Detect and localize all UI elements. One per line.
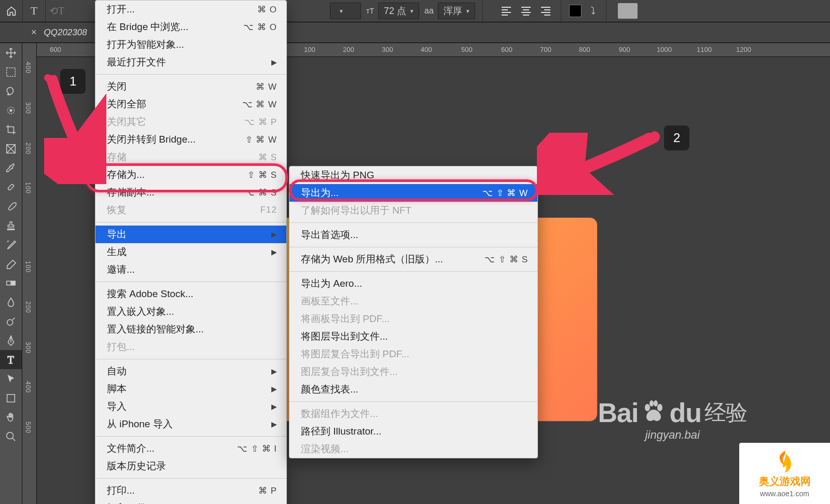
align-center-button[interactable] bbox=[516, 2, 536, 20]
menu-item-label: 存储为... bbox=[107, 168, 247, 181]
menu-item-label: 打开为智能对象... bbox=[107, 38, 277, 51]
menu-item[interactable]: 存储为...⇧ ⌘ S bbox=[95, 166, 286, 184]
path-select-tool[interactable] bbox=[0, 369, 22, 388]
menu-item[interactable]: 快速导出为 PNG bbox=[289, 166, 537, 184]
menu-item: 画板至文件... bbox=[289, 292, 537, 310]
menu-item[interactable]: 打开...⌘ O bbox=[95, 1, 286, 18]
font-size-select[interactable]: 72 点▾ bbox=[378, 3, 419, 19]
menu-item-label: 关闭并转到 Bridge... bbox=[107, 133, 245, 146]
type-tool[interactable]: T bbox=[0, 350, 22, 369]
menu-item[interactable]: 从 iPhone 导入▶ bbox=[95, 415, 286, 433]
close-icon[interactable]: × bbox=[31, 27, 37, 38]
flame-icon bbox=[774, 450, 795, 474]
font-family-select[interactable]: ▾ bbox=[330, 3, 361, 19]
menu-item[interactable]: 导出为...⌥ ⇧ ⌘ W bbox=[289, 184, 537, 202]
menu-item-label: 路径到 Illustrator... bbox=[301, 425, 528, 438]
menu-shortcut: ⌘ O bbox=[257, 4, 277, 15]
brush-tool[interactable] bbox=[0, 197, 22, 216]
orientation-toggle[interactable]: ⟲T bbox=[46, 0, 68, 22]
shape-tool[interactable] bbox=[0, 388, 22, 408]
svg-rect-20 bbox=[11, 281, 15, 285]
callout-2: 2 bbox=[664, 125, 689, 150]
eyedropper-tool[interactable] bbox=[0, 158, 22, 177]
document-tab[interactable]: × QQ202308 bbox=[31, 27, 87, 38]
marquee-tool[interactable] bbox=[0, 62, 22, 81]
chevron-down-icon: ▾ bbox=[466, 8, 469, 15]
panel-toggle-button[interactable] bbox=[618, 3, 638, 19]
align-left-button[interactable] bbox=[496, 2, 516, 20]
menu-item: 将图层复合导出到 PDF... bbox=[289, 345, 537, 363]
submenu-arrow-icon: ▶ bbox=[271, 248, 277, 256]
menu-item[interactable]: 关闭全部⌥ ⌘ W bbox=[95, 95, 286, 113]
menu-item-label: 画板至文件... bbox=[301, 295, 528, 308]
menu-item[interactable]: 邀请... bbox=[95, 261, 286, 278]
blur-tool[interactable] bbox=[0, 292, 22, 312]
text-color-swatch[interactable] bbox=[566, 2, 584, 20]
menu-shortcut: ⇧ ⌘ W bbox=[245, 134, 278, 145]
submenu-arrow-icon: ▶ bbox=[271, 420, 277, 428]
menu-separator bbox=[289, 401, 537, 402]
text-align-group bbox=[496, 2, 556, 20]
menu-item[interactable]: 关闭⌘ W bbox=[95, 78, 286, 95]
menu-item: 打包... bbox=[95, 338, 286, 356]
menu-item[interactable]: 路径到 Illustrator... bbox=[289, 423, 537, 440]
menu-item[interactable]: 在 Bridge 中浏览...⌥ ⌘ O bbox=[95, 18, 286, 36]
type-tool-indicator[interactable]: T bbox=[23, 0, 45, 22]
menu-item[interactable]: 最近打开文件▶ bbox=[95, 53, 286, 71]
menu-item[interactable]: 导出▶ bbox=[95, 226, 286, 243]
file-menu[interactable]: 打开...⌘ O在 Bridge 中浏览...⌥ ⌘ O打开为智能对象...最近… bbox=[95, 0, 287, 504]
menu-item[interactable]: 打印...⌘ P bbox=[95, 482, 286, 499]
stamp-tool[interactable] bbox=[0, 216, 22, 235]
menu-item-label: 将画板导出到 PDF... bbox=[301, 312, 528, 326]
healing-tool[interactable] bbox=[0, 177, 22, 197]
menu-item-label: 存储为 Web 所用格式（旧版）... bbox=[301, 253, 485, 266]
menu-item[interactable]: 版本历史记录 bbox=[95, 457, 286, 475]
menu-item[interactable]: 存储为 Web 所用格式（旧版）...⌥ ⇧ ⌘ S bbox=[289, 250, 537, 268]
eraser-tool[interactable] bbox=[0, 254, 22, 273]
lasso-tool[interactable] bbox=[0, 81, 22, 101]
menu-item[interactable]: 存储副本...⌥ ⌘ S bbox=[95, 184, 286, 201]
callout-dot-2 bbox=[651, 131, 658, 138]
menu-item[interactable]: 导出首选项... bbox=[289, 226, 537, 244]
separator bbox=[606, 0, 606, 22]
site-badge: 奥义游戏网 www.aoe1.com bbox=[739, 443, 830, 504]
menu-item[interactable]: 将图层导出到文件... bbox=[289, 328, 537, 345]
quick-select-tool[interactable] bbox=[0, 101, 22, 120]
menu-item[interactable]: 置入链接的智能对象... bbox=[95, 320, 286, 338]
gradient-tool[interactable] bbox=[0, 273, 22, 292]
menu-item-label: 打印... bbox=[107, 484, 258, 497]
anti-alias-select[interactable]: 浑厚▾ bbox=[438, 3, 475, 19]
menu-item[interactable]: 颜色查找表... bbox=[289, 381, 537, 398]
watermark-text-cn: 经验 bbox=[704, 398, 747, 427]
hand-tool[interactable] bbox=[0, 408, 22, 427]
dodge-tool[interactable] bbox=[0, 312, 22, 331]
move-tool[interactable] bbox=[0, 43, 22, 62]
menu-item[interactable]: 搜索 Adobe Stock... bbox=[95, 285, 286, 303]
export-submenu[interactable]: 快速导出为 PNG导出为...⌥ ⇧ ⌘ W了解如何导出以用于 NFT导出首选项… bbox=[289, 166, 538, 458]
pen-tool[interactable] bbox=[0, 331, 22, 350]
menu-item[interactable]: 脚本▶ bbox=[95, 380, 286, 398]
align-right-button[interactable] bbox=[536, 2, 556, 20]
crop-tool[interactable] bbox=[0, 120, 22, 139]
menu-shortcut: ⌥ ⌘ S bbox=[244, 187, 277, 198]
submenu-arrow-icon: ▶ bbox=[271, 402, 277, 411]
warp-text-button[interactable]: ⤵ bbox=[584, 2, 602, 20]
separator bbox=[482, 0, 483, 22]
menu-item: 了解如何导出以用于 NFT bbox=[289, 202, 537, 219]
menu-item[interactable]: 生成▶ bbox=[95, 243, 286, 261]
menu-item-label: 生成 bbox=[107, 245, 271, 259]
menu-item[interactable]: 自动▶ bbox=[95, 362, 286, 380]
frame-tool[interactable] bbox=[0, 139, 22, 158]
menu-shortcut: ⌥ ⌘ P bbox=[244, 117, 277, 128]
menu-item[interactable]: 导入▶ bbox=[95, 398, 286, 415]
zoom-tool[interactable] bbox=[0, 427, 22, 446]
menu-item[interactable]: 打开为智能对象... bbox=[95, 36, 286, 53]
menu-item[interactable]: 置入嵌入对象... bbox=[95, 303, 286, 320]
home-button[interactable] bbox=[0, 0, 22, 22]
menu-separator bbox=[95, 282, 286, 282]
history-brush-tool[interactable] bbox=[0, 235, 22, 254]
menu-item[interactable]: 关闭并转到 Bridge...⇧ ⌘ W bbox=[95, 131, 286, 148]
menu-item[interactable]: 打印一份⌥ ⇧ ⌘ P bbox=[95, 499, 286, 504]
menu-item[interactable]: 导出为 Aero... bbox=[289, 275, 537, 292]
menu-item[interactable]: 文件简介...⌥ ⇧ ⌘ I bbox=[95, 440, 286, 457]
